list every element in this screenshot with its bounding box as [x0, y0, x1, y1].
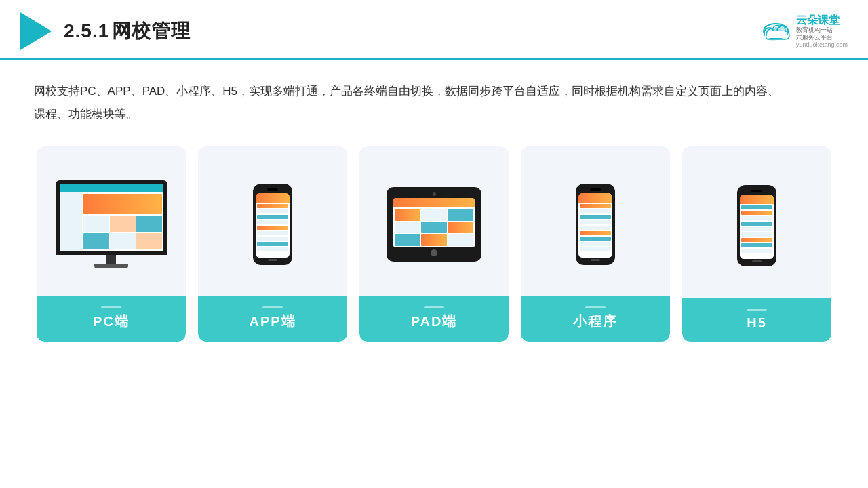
- brand-name: 云朵课堂: [796, 14, 840, 26]
- brand-logo: 云朵课堂 教育机构一站式服务云平台 yunduoketang.com: [760, 14, 848, 49]
- h5-phone-icon: [737, 185, 776, 266]
- pad-tablet-icon: [387, 187, 481, 262]
- h5-card-label: H5: [682, 298, 831, 342]
- pad-card-label: PAD端: [359, 296, 509, 342]
- pad-image-area: [368, 160, 500, 289]
- app-phone-icon: [253, 184, 292, 265]
- h5-card: H5: [682, 146, 831, 342]
- app-card: APP端: [198, 146, 347, 342]
- header-right: 云朵课堂 教育机构一站式服务云平台 yunduoketang.com: [760, 14, 848, 49]
- pc-card-label: PC端: [37, 296, 186, 342]
- brand-url: yunduoketang.com: [796, 41, 848, 49]
- miniprogram-phone-icon: [576, 184, 615, 265]
- page-title: 2.5.1网校管理: [64, 18, 191, 44]
- svg-rect-5: [765, 31, 787, 38]
- header: 2.5.1网校管理 云朵课堂 教育机构一站式服务云平台 yunduoketang…: [0, 0, 868, 60]
- title-text: 网校管理: [112, 20, 191, 41]
- miniprogram-card: 小程序: [521, 146, 670, 342]
- pc-card: PC端: [37, 146, 186, 342]
- logo-triangle-icon: [20, 12, 52, 50]
- main-content: 网校支持PC、APP、PAD、小程序、H5，实现多端打通，产品各终端自由切换，数…: [0, 60, 868, 355]
- section-number: 2.5.1: [64, 20, 109, 41]
- miniprogram-image-area: [529, 160, 662, 289]
- description-text: 网校支持PC、APP、PAD、小程序、H5，实现多端打通，产品各终端自由切换，数…: [34, 80, 780, 126]
- miniprogram-card-label: 小程序: [521, 296, 670, 342]
- app-card-label: APP端: [198, 296, 347, 342]
- brand-text: 云朵课堂 教育机构一站式服务云平台 yunduoketang.com: [796, 14, 848, 49]
- header-left: 2.5.1网校管理: [20, 12, 191, 50]
- brand-slogan: 教育机构一站式服务云平台: [796, 26, 833, 41]
- h5-image-area: [690, 160, 823, 291]
- app-image-area: [206, 160, 339, 289]
- pc-image-area: [45, 160, 178, 289]
- cards-container: PC端: [34, 146, 834, 342]
- pad-card: PAD端: [359, 146, 509, 342]
- pc-monitor-icon: [56, 180, 167, 268]
- cloud-icon: [760, 19, 792, 43]
